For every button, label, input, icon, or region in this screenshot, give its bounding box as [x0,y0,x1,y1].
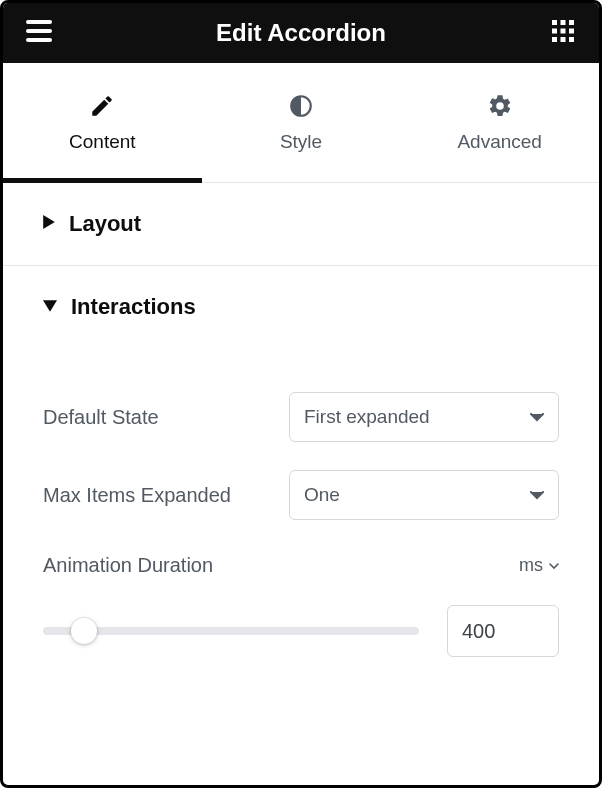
svg-rect-8 [569,29,574,34]
field-default-state: Default State First expanded [43,392,559,442]
contrast-icon [288,93,314,119]
svg-rect-9 [552,37,557,42]
animation-duration-input[interactable] [447,605,559,657]
tab-style[interactable]: Style [202,63,401,182]
caret-down-icon [43,298,57,316]
animation-duration-control [43,605,559,657]
field-label: Max Items Expanded [43,484,231,507]
section-interactions-body: Default State First expanded Max Items E… [3,348,599,687]
content-panel: Layout Interactions Default State First … [3,183,599,687]
slider-track [43,627,419,635]
field-label: Animation Duration [43,554,213,577]
svg-rect-3 [552,20,557,25]
field-max-items: Max Items Expanded One [43,470,559,520]
tabs: Content Style Advanced [3,63,599,183]
tab-label: Style [280,131,322,153]
tab-label: Content [69,131,136,153]
tab-content[interactable]: Content [3,63,202,182]
menu-button[interactable] [23,17,55,49]
chevron-down-icon [530,406,544,428]
svg-rect-7 [561,29,566,34]
pencil-icon [89,93,115,119]
svg-rect-10 [561,37,566,42]
animation-duration-slider[interactable] [43,618,419,644]
default-state-select[interactable]: First expanded [289,392,559,442]
select-value: First expanded [304,406,430,428]
svg-rect-4 [561,20,566,25]
select-value: One [304,484,340,506]
svg-rect-6 [552,29,557,34]
animation-unit-select[interactable]: ms [519,555,559,576]
field-animation-duration: Animation Duration ms [43,554,559,577]
editor-header: Edit Accordion [3,3,599,63]
section-title: Layout [69,211,141,237]
apps-button[interactable] [547,17,579,49]
chevron-down-icon [530,484,544,506]
header-title: Edit Accordion [216,19,386,47]
caret-right-icon [43,215,55,233]
section-title: Interactions [71,294,196,320]
chevron-down-icon [549,555,559,576]
hamburger-icon [26,20,52,46]
gear-icon [487,93,513,119]
svg-rect-11 [569,37,574,42]
svg-rect-2 [26,38,52,42]
tab-label: Advanced [457,131,542,153]
slider-thumb[interactable] [71,618,97,644]
max-items-select[interactable]: One [289,470,559,520]
svg-rect-0 [26,20,52,24]
svg-rect-1 [26,29,52,33]
grid-icon [552,20,574,46]
unit-value: ms [519,555,543,576]
svg-rect-5 [569,20,574,25]
section-interactions-header[interactable]: Interactions [3,266,599,348]
tab-advanced[interactable]: Advanced [400,63,599,182]
field-label: Default State [43,406,159,429]
section-layout-header[interactable]: Layout [3,183,599,265]
